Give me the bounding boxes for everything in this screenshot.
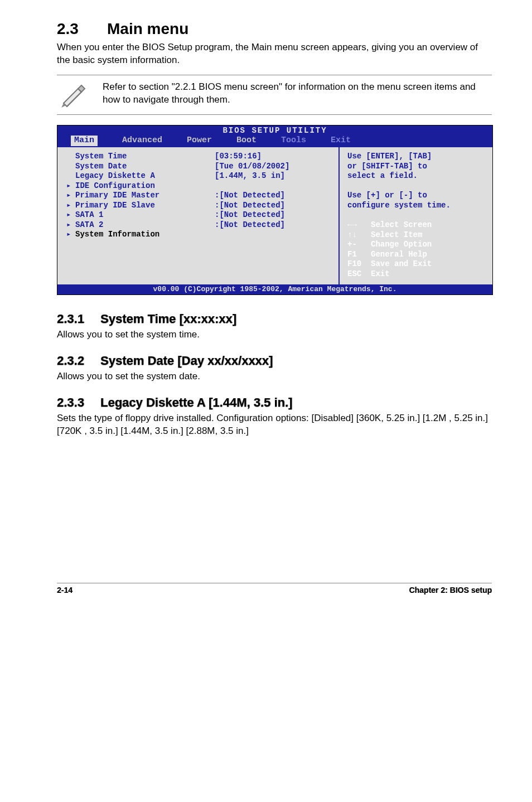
bios-help-line: Use [ENTER], [TAB]: [347, 152, 487, 162]
bios-tab-exit: Exit: [331, 136, 351, 146]
subsection-number: 2.3.3: [57, 395, 100, 410]
bios-title: BIOS SETUP UTILITY: [57, 125, 492, 136]
bios-key: +-: [347, 240, 371, 250]
bios-help-line: [347, 181, 487, 191]
subsection-body: Allows you to set the system time.: [57, 328, 492, 341]
bios-row: System Date[Tue 01/08/2002]: [66, 162, 333, 172]
subsection-title: Legacy Diskette A [1.44M, 3.5 in.]: [100, 395, 292, 409]
bios-row: ▸IDE Configuration: [66, 181, 333, 191]
bios-field-label: Primary IDE Slave: [75, 201, 215, 211]
bios-field-label: Legacy Diskette A: [75, 171, 215, 181]
triangle-icon: ▸: [66, 191, 75, 201]
bios-help-text: Use [ENTER], [TAB]or [SHIFT-TAB] toselec…: [347, 152, 487, 210]
bios-row: ▸SATA 2:[Not Detected]: [66, 220, 333, 230]
pencil-icon: [57, 81, 88, 108]
bios-row: ▸System Information: [66, 230, 333, 240]
bios-footer: v00.00 (C)Copyright 1985-2002, American …: [57, 284, 492, 294]
bios-key: ←→: [347, 220, 371, 230]
intro-paragraph: When you enter the BIOS Setup program, t…: [57, 41, 492, 67]
bios-tab-advanced: Advanced: [122, 136, 162, 146]
section-heading: 2.3Main menu: [57, 20, 492, 38]
bios-key-desc: General Help: [371, 250, 427, 259]
section-number: 2.3: [57, 20, 107, 38]
bios-right-panel: Use [ENTER], [TAB]or [SHIFT-TAB] toselec…: [338, 147, 492, 284]
triangle-icon: [66, 171, 75, 181]
triangle-icon: ▸: [66, 201, 75, 211]
bios-field-value: [Tue 01/08/2002]: [215, 162, 289, 172]
bios-field-value: [03:59:16]: [215, 152, 262, 162]
bios-left-panel: System Time[03:59:16] System Date[Tue 01…: [57, 147, 338, 284]
bios-help-line: or [SHIFT-TAB] to: [347, 162, 487, 172]
bios-key-row: F1General Help: [347, 250, 487, 260]
subsection-heading: 2.3.3Legacy Diskette A [1.44M, 3.5 in.]: [57, 395, 492, 410]
bios-tab-tools: Tools: [281, 136, 306, 146]
page-number: 2-14: [57, 586, 72, 595]
bios-key-desc: Change Option: [371, 240, 432, 249]
bios-key: ↑↓: [347, 230, 371, 240]
bios-help-line: select a field.: [347, 171, 487, 181]
bios-key-desc: Save and Exit: [371, 259, 432, 268]
bios-key-desc: Select Screen: [371, 220, 432, 229]
note-box: Refer to section "2.2.1 BIOS menu screen…: [57, 75, 492, 115]
bios-tab-main: Main: [71, 136, 98, 146]
bios-row: ▸Primary IDE Master:[Not Detected]: [66, 191, 333, 201]
bios-field-label: System Date: [75, 162, 215, 172]
section-title: Main menu: [107, 20, 188, 37]
bios-key-row: F10Save and Exit: [347, 259, 487, 269]
triangle-icon: ▸: [66, 210, 75, 220]
bios-field-value: :[Not Detected]: [215, 210, 285, 220]
bios-key-row: +-Change Option: [347, 240, 487, 250]
bios-screenshot: BIOS SETUP UTILITY Main Advanced Power B…: [57, 125, 493, 296]
bios-field-label: System Time: [75, 152, 215, 162]
subsection-heading: 2.3.2System Date [Day xx/xx/xxxx]: [57, 354, 492, 368]
triangle-icon: [66, 162, 75, 172]
bios-field-label: SATA 2: [75, 220, 215, 230]
bios-row: Legacy Diskette A[1.44M, 3.5 in]: [66, 171, 333, 181]
note-text: Refer to section "2.2.1 BIOS menu screen…: [103, 81, 492, 107]
bios-field-label: IDE Configuration: [75, 181, 215, 191]
subsection-title: System Date [Day xx/xx/xxxx]: [100, 354, 273, 368]
bios-key: ESC: [347, 269, 371, 279]
bios-key: F1: [347, 250, 371, 260]
subsection-body: Sets the type of floppy drive installed.…: [57, 412, 492, 438]
bios-help-line: Use [+] or [-] to: [347, 191, 487, 201]
subsection-title: System Time [xx:xx:xx]: [100, 312, 236, 326]
subsection-heading: 2.3.1System Time [xx:xx:xx]: [57, 312, 492, 326]
bios-field-value: :[Not Detected]: [215, 220, 285, 230]
triangle-icon: ▸: [66, 181, 75, 191]
bios-tab-power: Power: [187, 136, 212, 146]
bios-field-label: SATA 1: [75, 210, 215, 220]
subsection-body: Allows you to set the system date.: [57, 370, 492, 383]
bios-row: System Time[03:59:16]: [66, 152, 333, 162]
subsection-number: 2.3.1: [57, 312, 100, 326]
bios-field-label: Primary IDE Master: [75, 191, 215, 201]
chapter-label: Chapter 2: BIOS setup: [409, 586, 492, 595]
subsection-number: 2.3.2: [57, 354, 100, 368]
bios-row: ▸SATA 1:[Not Detected]: [66, 210, 333, 220]
bios-row: ▸Primary IDE Slave:[Not Detected]: [66, 201, 333, 211]
bios-field-label: System Information: [75, 230, 215, 240]
bios-key-desc: Exit: [371, 269, 390, 278]
bios-key: F10: [347, 259, 371, 269]
triangle-icon: ▸: [66, 220, 75, 230]
bios-key-row: ESCExit: [347, 269, 487, 279]
bios-field-value: [1.44M, 3.5 in]: [215, 171, 285, 181]
triangle-icon: [66, 152, 75, 162]
bios-help-line: configure system time.: [347, 201, 487, 211]
bios-key-row: ←→Select Screen: [347, 220, 487, 230]
bios-key-desc: Select Item: [371, 230, 422, 239]
triangle-icon: ▸: [66, 230, 75, 240]
bios-key-legend: ←→Select Screen↑↓Select Item+-Change Opt…: [347, 220, 487, 279]
bios-field-value: :[Not Detected]: [215, 201, 285, 211]
bios-tab-boot: Boot: [236, 136, 257, 146]
bios-field-value: :[Not Detected]: [215, 191, 285, 201]
bios-key-row: ↑↓Select Item: [347, 230, 487, 240]
page-footer: 2-14 Chapter 2: BIOS setup: [57, 583, 492, 595]
bios-menubar: Main Advanced Power Boot Tools Exit: [57, 136, 492, 147]
